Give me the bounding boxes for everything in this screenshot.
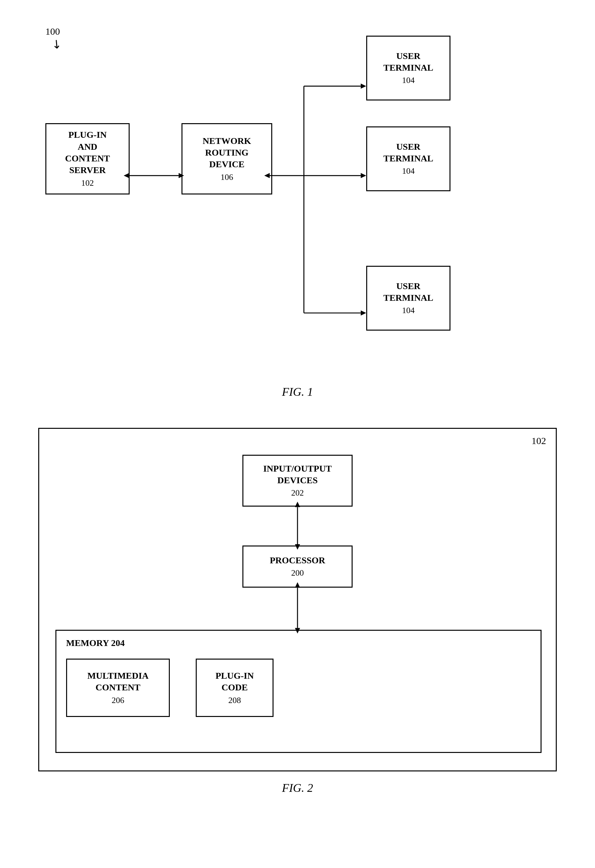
user-terminal-3-box: USER TERMINAL 104	[366, 266, 450, 331]
fig1-ref-100: 100 ↘	[45, 26, 62, 50]
io-devices-box: INPUT/OUTPUT DEVICES 202	[242, 455, 353, 506]
svg-marker-7	[361, 84, 366, 89]
svg-marker-11	[361, 310, 366, 316]
fig1-arrows-svg	[26, 19, 569, 408]
fig2-outer-container: 102 INPUT/OUTPUT DEVICES 202 PROCESSOR 2…	[38, 428, 557, 771]
svg-marker-9	[361, 173, 366, 178]
multimedia-content-box: MULTIMEDIA CONTENT 206	[66, 658, 170, 717]
fig2-diagram: 102 INPUT/OUTPUT DEVICES 202 PROCESSOR 2…	[26, 428, 569, 795]
page: 100 ↘ PLUG-IN AND CONTENT SERVER 102 NET…	[0, 0, 595, 868]
plugin-code-box: PLUG-IN CODE 208	[196, 658, 273, 717]
memory-box: MEMORY 204 MULTIMEDIA CONTENT 206 PLUG-I…	[55, 630, 542, 753]
arrow-100-icon: ↘	[49, 35, 65, 52]
processor-box: PROCESSOR 200	[242, 546, 353, 588]
memory-inner-boxes: MULTIMEDIA CONTENT 206 PLUG-IN CODE 208	[66, 658, 273, 717]
fig2-ref-102: 102	[532, 435, 546, 446]
plugin-server-box: PLUG-IN AND CONTENT SERVER 102	[45, 123, 130, 195]
fig2-label: FIG. 2	[26, 781, 569, 795]
memory-label: MEMORY 204	[66, 637, 125, 649]
user-terminal-2-box: USER TERMINAL 104	[366, 126, 450, 191]
fig1-diagram: 100 ↘ PLUG-IN AND CONTENT SERVER 102 NET…	[26, 19, 569, 408]
fig1-label: FIG. 1	[282, 385, 313, 399]
network-routing-box: NETWORK ROUTING DEVICE 106	[182, 123, 272, 195]
user-terminal-1-box: USER TERMINAL 104	[366, 35, 450, 100]
